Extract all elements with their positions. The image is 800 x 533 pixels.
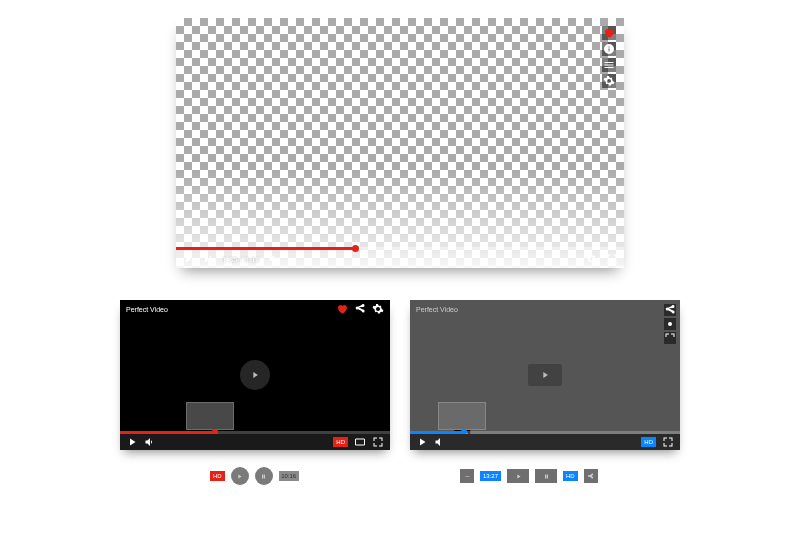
overlay-button-stack [664, 304, 676, 344]
seek-preview: 3:14 [438, 402, 486, 430]
play-icon [540, 370, 550, 380]
title-bar: Perfect Video [120, 300, 390, 318]
collapse-icon [464, 473, 471, 480]
video-title: Perfect Video [126, 306, 168, 313]
hd-badge[interactable]: HD [641, 437, 656, 447]
list-button[interactable] [602, 58, 616, 72]
play-icon [250, 370, 260, 380]
pause-button[interactable] [255, 467, 273, 485]
standalone-buttons-red: HD 10:16 [210, 468, 299, 484]
expand-button[interactable] [664, 332, 676, 344]
theater-button[interactable] [354, 436, 366, 448]
hd-badge[interactable]: HD [333, 437, 348, 447]
share-button[interactable] [584, 469, 598, 483]
expand-icon [664, 332, 676, 344]
play-icon [515, 473, 522, 480]
title-actions [336, 303, 384, 315]
big-play-button[interactable] [528, 364, 562, 386]
heart-icon[interactable] [336, 303, 348, 315]
settings-button-overlay[interactable] [602, 74, 616, 88]
big-play-button[interactable] [240, 360, 270, 390]
list-icon [603, 59, 615, 71]
play-button[interactable] [182, 253, 194, 265]
seek-preview: 15:14 [186, 402, 234, 430]
time-display: 1:35 / 8:12 [222, 255, 260, 264]
pause-icon [260, 473, 267, 480]
fullscreen-button[interactable] [662, 436, 674, 448]
volume-button[interactable] [144, 436, 156, 448]
share-icon [664, 304, 676, 316]
time-chip: 10:16 [279, 471, 299, 481]
control-bar: HD [120, 434, 390, 450]
volume-button[interactable] [268, 253, 280, 265]
play-button[interactable] [416, 436, 428, 448]
collapse-button[interactable] [460, 469, 474, 483]
like-button[interactable] [602, 26, 616, 40]
hd-badge[interactable]: HD [563, 471, 578, 481]
play-icon [236, 473, 243, 480]
info-icon [603, 43, 615, 55]
video-title: Perfect Video [416, 306, 458, 313]
share-icon [587, 473, 594, 480]
heart-icon [603, 27, 615, 39]
gear-icon [603, 75, 615, 87]
video-player-main: 1:35 / 8:12 [176, 18, 624, 268]
time-badge: 13:27 [480, 471, 501, 481]
play-button[interactable] [126, 436, 138, 448]
control-bar: HD [410, 434, 680, 450]
control-bar: 1:35 / 8:12 [176, 250, 624, 268]
share-icon[interactable] [354, 303, 366, 315]
hd-badge[interactable]: HD [210, 471, 225, 481]
pause-button[interactable] [535, 469, 557, 483]
gear-icon[interactable] [372, 303, 384, 315]
gear-button[interactable] [664, 318, 676, 330]
settings-button[interactable] [586, 253, 598, 265]
share-button[interactable] [664, 304, 676, 316]
fullscreen-button[interactable] [372, 436, 384, 448]
standalone-buttons-blue: 13:27 HD [460, 468, 598, 484]
next-button[interactable] [202, 253, 214, 265]
volume-button[interactable] [434, 436, 446, 448]
play-button[interactable] [231, 467, 249, 485]
gear-icon [664, 318, 676, 330]
video-player-gray: Perfect Video 3:14 HD [410, 300, 680, 450]
overlay-button-stack [602, 26, 616, 88]
title-bar: Perfect Video [410, 300, 680, 318]
info-button[interactable] [602, 42, 616, 56]
pause-icon [543, 473, 550, 480]
play-button[interactable] [507, 469, 529, 483]
fullscreen-button[interactable] [606, 253, 618, 265]
video-player-dark: Perfect Video 15:14 HD [120, 300, 390, 450]
